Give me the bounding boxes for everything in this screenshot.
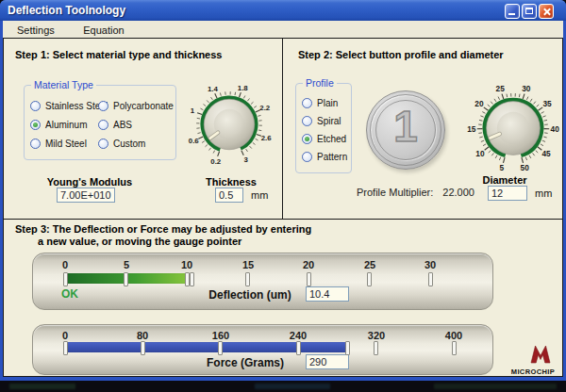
radio-label: Mild Steel xyxy=(45,139,87,149)
deflection-gauge[interactable]: OK Deflection (um) 051015202530 xyxy=(32,253,493,310)
radio-selected-icon[interactable] xyxy=(302,134,312,144)
close-button[interactable] xyxy=(539,4,554,19)
screen: Deflection Toolnology Settings Equation … xyxy=(0,0,566,392)
gauge-tick-label: 20 xyxy=(294,259,323,270)
radio-etched[interactable]: Etched xyxy=(302,130,347,148)
profile-multiplier-value: 22.000 xyxy=(442,187,474,198)
radio-icon[interactable] xyxy=(30,139,41,149)
deflection-status-ok: OK xyxy=(61,287,78,301)
svg-text:1.8: 1.8 xyxy=(238,84,249,92)
radio-spiral[interactable]: Spiral xyxy=(302,112,347,130)
knob-graphic: 5101520253035404550 xyxy=(464,79,562,177)
button-preview-digit: 1 xyxy=(367,105,444,148)
radio-custom[interactable]: Custom xyxy=(98,134,174,153)
gauge-tick-mark xyxy=(296,341,301,355)
svg-text:1: 1 xyxy=(191,106,195,115)
diameter-unit: mm xyxy=(535,188,552,199)
knob-graphic: 0.20.611.41.82.22.63 xyxy=(183,78,275,171)
panel-divider-vertical xyxy=(282,39,283,219)
svg-text:40: 40 xyxy=(551,124,560,134)
force-gauge-label: Force (Grams) xyxy=(175,356,316,369)
material-type-group: Material Type Stainless SteelAluminumMil… xyxy=(24,85,176,160)
step3-title-line2: a new value, or moving the gauge pointer xyxy=(38,236,241,247)
menu-item-equation[interactable]: Equation xyxy=(77,23,129,38)
deflection-gauge-label: Deflection (um) xyxy=(175,288,325,302)
maximize-button[interactable] xyxy=(522,4,537,19)
svg-text:5: 5 xyxy=(500,163,505,172)
radio-selected-icon[interactable] xyxy=(30,120,41,130)
deflection-input[interactable] xyxy=(306,286,349,302)
radio-pattern[interactable]: Pattern xyxy=(302,148,347,166)
svg-text:1.4: 1.4 xyxy=(208,85,219,93)
radio-label: Aluminum xyxy=(45,120,87,130)
gauge-tick-mark xyxy=(452,341,457,355)
svg-text:20: 20 xyxy=(474,99,484,108)
radio-icon[interactable] xyxy=(98,101,108,111)
thickness-input[interactable] xyxy=(215,188,243,203)
gauge-bar xyxy=(65,342,347,352)
microchip-logo-icon xyxy=(528,343,553,366)
gauge-tick-mark xyxy=(63,341,68,355)
panel-divider-horizontal xyxy=(4,219,562,220)
thickness-unit: mm xyxy=(251,189,268,201)
gauge-tick-label: 10 xyxy=(173,259,201,270)
app-window: Deflection Toolnology Settings Equation … xyxy=(0,0,566,381)
svg-text:2.6: 2.6 xyxy=(261,134,273,142)
gauge-tick-label: 160 xyxy=(207,330,235,341)
radio-label: Plain xyxy=(317,98,338,108)
gauge-pointer[interactable] xyxy=(190,272,194,286)
radio-mild-steel[interactable]: Mild Steel xyxy=(30,134,108,153)
gauge-tick-mark xyxy=(307,272,311,286)
gauge-bar xyxy=(65,273,191,284)
gauge-tick-mark xyxy=(124,272,128,286)
radio-icon[interactable] xyxy=(302,98,312,108)
radio-label: Spiral xyxy=(317,116,341,126)
step1-title: Step 1: Select material type and thickne… xyxy=(15,49,222,60)
gauge-tick-label: 80 xyxy=(128,330,157,341)
svg-text:2.2: 2.2 xyxy=(259,104,271,112)
minimize-icon xyxy=(508,13,515,15)
gauge-tick-mark xyxy=(367,272,372,286)
thickness-knob[interactable]: 0.20.611.41.82.22.63 xyxy=(183,78,275,171)
step2-title: Step 2: Select button profile and diamet… xyxy=(298,49,504,60)
force-input[interactable] xyxy=(306,354,349,369)
radio-icon[interactable] xyxy=(98,139,108,149)
profile-group: Profile PlainSpiralEtchedPattern xyxy=(295,83,352,173)
desktop-strip-detail xyxy=(434,384,557,389)
diameter-input[interactable] xyxy=(488,186,527,201)
radio-stainless-steel[interactable]: Stainless Steel xyxy=(30,96,108,115)
gauge-pointer[interactable] xyxy=(345,341,350,355)
window-title: Deflection Toolnology xyxy=(8,0,125,21)
radio-icon[interactable] xyxy=(98,120,108,130)
menu-item-settings[interactable]: Settings xyxy=(11,23,60,38)
step3-title-line1: Step 3: The Deflection or Force may be a… xyxy=(15,223,311,235)
radio-icon[interactable] xyxy=(302,116,312,126)
youngs-modulus-input[interactable] xyxy=(57,188,115,203)
svg-text:45: 45 xyxy=(541,149,551,158)
radio-plain[interactable]: Plain xyxy=(302,94,347,112)
diameter-knob[interactable]: 5101520253035404550 xyxy=(464,79,562,177)
material-radio-column-1: Stainless SteelAluminumMild Steel xyxy=(30,96,108,153)
radio-aluminum[interactable]: Aluminum xyxy=(30,115,108,134)
main-content: Step 1: Select material type and thickne… xyxy=(3,38,563,377)
material-radio-column-2: PolycarbonateABSCustom xyxy=(98,96,174,153)
svg-text:0.2: 0.2 xyxy=(210,157,222,166)
gauge-tick-mark xyxy=(428,272,433,286)
svg-text:15: 15 xyxy=(467,124,476,134)
gauge-tick-label: 240 xyxy=(284,330,312,341)
title-bar[interactable]: Deflection Toolnology xyxy=(0,0,566,21)
svg-text:25: 25 xyxy=(496,84,506,93)
svg-text:35: 35 xyxy=(542,99,552,108)
gauge-tick-label: 320 xyxy=(362,330,391,341)
radio-icon[interactable] xyxy=(302,152,312,162)
radio-icon[interactable] xyxy=(30,101,41,111)
minimize-button[interactable] xyxy=(505,4,520,19)
profile-multiplier: Profile Multiplier: 22.000 xyxy=(357,187,474,198)
svg-text:10: 10 xyxy=(475,149,485,158)
radio-polycarbonate[interactable]: Polycarbonate xyxy=(98,96,174,115)
microchip-logo-text: MICROCHIP xyxy=(502,368,564,376)
force-gauge[interactable]: Force (Grams) 080160240320400 xyxy=(32,324,493,375)
maximize-icon xyxy=(525,8,533,14)
radio-abs[interactable]: ABS xyxy=(98,115,174,134)
svg-text:30: 30 xyxy=(522,84,531,93)
